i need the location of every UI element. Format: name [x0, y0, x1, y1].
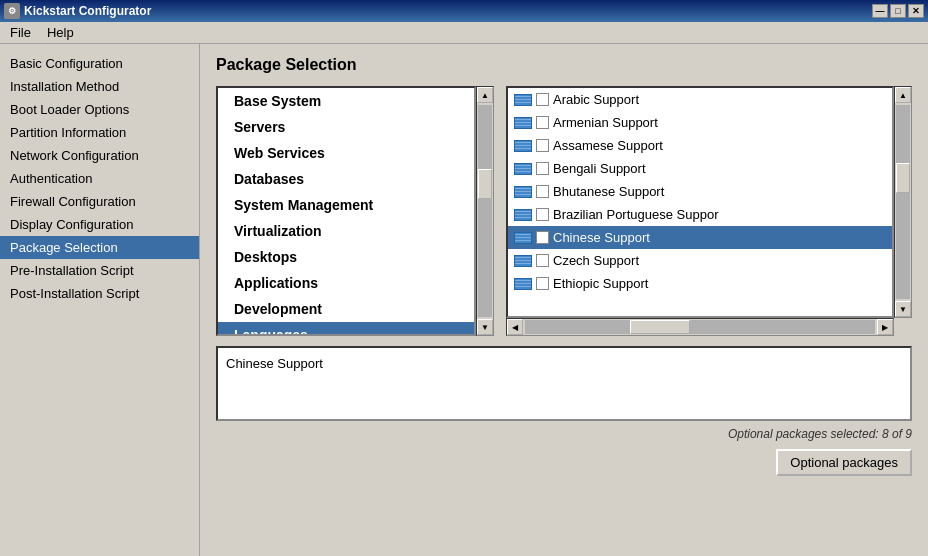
sidebar-item-partition-info[interactable]: Partition Information [0, 121, 199, 144]
sidebar-item-network-config[interactable]: Network Configuration [0, 144, 199, 167]
package-list-scrollbar[interactable]: ▲ ▼ [894, 86, 912, 318]
optional-packages-button[interactable]: Optional packages [776, 449, 912, 476]
package-list-wrapper: Arabic Support Armenian Support Assamese… [506, 86, 912, 336]
scroll-down-btn[interactable]: ▼ [477, 319, 493, 335]
pkg-checkbox[interactable] [536, 116, 549, 129]
section-title: Package Selection [216, 56, 912, 74]
main-window: Basic Configuration Installation Method … [0, 44, 928, 556]
sidebar-item-install-method[interactable]: Installation Method [0, 75, 199, 98]
category-list-wrapper: Base System Servers Web Services Databas… [216, 86, 506, 336]
pkg-checkbox[interactable] [536, 254, 549, 267]
pkg-scroll-up-btn[interactable]: ▲ [895, 87, 911, 103]
category-languages[interactable]: Languages [218, 322, 474, 336]
pkg-hscroll-track [525, 320, 875, 334]
category-base-system[interactable]: Base System [218, 88, 474, 114]
pkg-checkbox[interactable] [536, 93, 549, 106]
pkg-label: Arabic Support [553, 92, 639, 107]
pkg-chinese[interactable]: ✓ Chinese Support [508, 226, 892, 249]
pkg-label: Bhutanese Support [553, 184, 664, 199]
sidebar-item-authentication[interactable]: Authentication [0, 167, 199, 190]
category-web-services[interactable]: Web Services [218, 140, 474, 166]
sidebar-item-package-selection[interactable]: Package Selection [0, 236, 199, 259]
app-icon: ⚙ [4, 3, 20, 19]
menu-help[interactable]: Help [39, 23, 82, 42]
optional-packages-text: Optional packages selected: 8 of 9 [216, 427, 912, 441]
pkg-label: Assamese Support [553, 138, 663, 153]
title-bar-controls[interactable]: — □ ✕ [872, 4, 924, 18]
sidebar: Basic Configuration Installation Method … [0, 44, 200, 556]
scroll-track [478, 105, 492, 317]
pkg-scroll-thumb [896, 163, 910, 193]
window-title: Kickstart Configurator [24, 4, 151, 18]
pkg-label: Ethiopic Support [553, 276, 648, 291]
pkg-scroll-down-btn[interactable]: ▼ [895, 301, 911, 317]
menu-bar: File Help [0, 22, 928, 44]
sidebar-item-display-config[interactable]: Display Configuration [0, 213, 199, 236]
flag-icon [514, 209, 532, 221]
pkg-checkbox[interactable] [536, 139, 549, 152]
pkg-label: Czech Support [553, 253, 639, 268]
pkg-hscroll-right-btn[interactable]: ▶ [877, 319, 893, 335]
pkg-label: Brazilian Portuguese Suppor [553, 207, 719, 222]
pkg-label: Armenian Support [553, 115, 658, 130]
sidebar-item-pre-install[interactable]: Pre-Installation Script [0, 259, 199, 282]
pkg-hscroll-thumb [630, 320, 690, 334]
menu-file[interactable]: File [2, 23, 39, 42]
bottom-buttons: Optional packages [216, 449, 912, 476]
lists-row: Base System Servers Web Services Databas… [216, 86, 912, 336]
sidebar-item-firewall-config[interactable]: Firewall Configuration [0, 190, 199, 213]
maximize-button[interactable]: □ [890, 4, 906, 18]
pkg-hscrollbar[interactable]: ◀ ▶ [506, 318, 894, 336]
sidebar-item-boot-loader[interactable]: Boot Loader Options [0, 98, 199, 121]
pkg-arabic[interactable]: Arabic Support [508, 88, 892, 111]
sidebar-item-post-install[interactable]: Post-Installation Script [0, 282, 199, 305]
pkg-brazilian[interactable]: Brazilian Portuguese Suppor [508, 203, 892, 226]
category-databases[interactable]: Databases [218, 166, 474, 192]
scroll-thumb [478, 169, 492, 199]
category-list[interactable]: Base System Servers Web Services Databas… [216, 86, 476, 336]
flag-icon [514, 117, 532, 129]
pkg-bengali[interactable]: Bengali Support [508, 157, 892, 180]
description-box: Chinese Support [216, 346, 912, 421]
category-development[interactable]: Development [218, 296, 474, 322]
package-list-inner: Arabic Support Armenian Support Assamese… [506, 86, 912, 318]
pkg-armenian[interactable]: Armenian Support [508, 111, 892, 134]
pkg-label: Chinese Support [553, 230, 650, 245]
title-bar-left: ⚙ Kickstart Configurator [4, 3, 151, 19]
pkg-hscroll-left-btn[interactable]: ◀ [507, 319, 523, 335]
pkg-scroll-track [896, 105, 910, 299]
sidebar-item-basic-config[interactable]: Basic Configuration [0, 52, 199, 75]
category-system-management[interactable]: System Management [218, 192, 474, 218]
category-virtualization[interactable]: Virtualization [218, 218, 474, 244]
pkg-checkbox[interactable]: ✓ [536, 231, 549, 244]
category-applications[interactable]: Applications [218, 270, 474, 296]
pkg-checkbox[interactable] [536, 185, 549, 198]
flag-icon [514, 163, 532, 175]
pkg-checkbox[interactable] [536, 208, 549, 221]
pkg-czech[interactable]: Czech Support [508, 249, 892, 272]
description-text: Chinese Support [226, 356, 323, 371]
category-desktops[interactable]: Desktops [218, 244, 474, 270]
flag-icon [514, 94, 532, 106]
close-button[interactable]: ✕ [908, 4, 924, 18]
pkg-ethiopic[interactable]: Ethiopic Support [508, 272, 892, 295]
pkg-bhutanese[interactable]: Bhutanese Support [508, 180, 892, 203]
title-bar: ⚙ Kickstart Configurator — □ ✕ [0, 0, 928, 22]
pkg-label: Bengali Support [553, 161, 646, 176]
minimize-button[interactable]: — [872, 4, 888, 18]
pkg-checkbox[interactable] [536, 277, 549, 290]
category-servers[interactable]: Servers [218, 114, 474, 140]
flag-icon [514, 140, 532, 152]
scroll-up-btn[interactable]: ▲ [477, 87, 493, 103]
content-area: Package Selection Base System Servers We… [200, 44, 928, 556]
pkg-checkbox[interactable] [536, 162, 549, 175]
flag-icon [514, 232, 532, 244]
flag-icon [514, 255, 532, 267]
flag-icon [514, 186, 532, 198]
flag-icon [514, 278, 532, 290]
package-list[interactable]: Arabic Support Armenian Support Assamese… [506, 86, 894, 318]
pkg-assamese[interactable]: Assamese Support [508, 134, 892, 157]
category-list-scrollbar[interactable]: ▲ ▼ [476, 86, 494, 336]
